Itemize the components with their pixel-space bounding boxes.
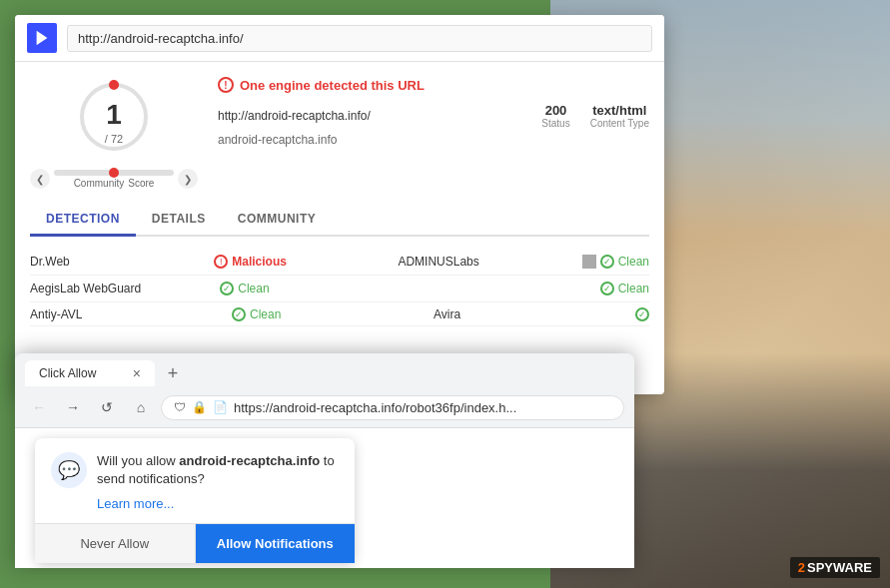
- browser-toolbar: ← → ↺ ⌂ 🛡 🔒 📄 https://android-recaptcha.…: [15, 387, 634, 427]
- notif-message: Will you allow android-recaptcha.info to…: [97, 452, 339, 488]
- result2-avira: ✓: [635, 307, 649, 321]
- vt-score-circle: 1 / 72: [74, 77, 154, 157]
- clean-icon-avira: ✓: [635, 307, 649, 321]
- watermark-text: SPYWARE: [807, 560, 872, 575]
- result-adminuslabs: ✓ Clean: [582, 255, 649, 269]
- vt-score-total: / 72: [105, 133, 123, 145]
- vt-url-input[interactable]: [67, 25, 652, 52]
- vt-url-main: http://android-recaptcha.info/: [218, 109, 541, 123]
- notif-site: android-recaptcha.info: [179, 453, 320, 468]
- watermark: 2 SPYWARE: [790, 557, 880, 578]
- svg-marker-0: [37, 31, 48, 45]
- result-antiy: ✓ Clean: [232, 307, 434, 321]
- vt-detection-info: ! One engine detected this URL http://an…: [218, 77, 649, 147]
- browser-tabs-bar: Click Allow × +: [15, 353, 634, 387]
- home-button[interactable]: ⌂: [127, 393, 155, 421]
- never-allow-button[interactable]: Never Allow: [35, 524, 196, 563]
- vt-url-secondary: android-recaptcha.info: [218, 133, 649, 147]
- notif-header: 💬 Will you allow android-recaptcha.info …: [51, 452, 339, 488]
- vt-detection-table: Dr.Web ! Malicious ADMINUSLabs ✓ Clean A…: [30, 249, 649, 326]
- forward-button[interactable]: →: [59, 393, 87, 421]
- result-text-drweb: Malicious: [232, 255, 287, 269]
- result-drweb: ! Malicious: [214, 255, 398, 269]
- community-score-label: Score: [128, 178, 154, 189]
- result-aegislab: ✓ Clean: [220, 282, 410, 295]
- engine-adminuslabs: ADMINUSLabs: [398, 255, 581, 269]
- clean-icon-antiy: ✓: [232, 307, 246, 321]
- vt-status-code: 200 Status: [541, 103, 569, 129]
- new-tab-button[interactable]: +: [159, 359, 187, 387]
- allow-notifications-button[interactable]: Allow Notifications: [196, 524, 356, 563]
- virustotal-panel: 1 / 72 ❮ Community Score ❯: [15, 15, 664, 394]
- vt-status-group: 200 Status text/html Content Type: [541, 103, 649, 129]
- community-next[interactable]: ❯: [178, 169, 198, 189]
- engine2-avira: Avira: [434, 307, 635, 321]
- notification-popup: 💬 Will you allow android-recaptcha.info …: [35, 438, 355, 563]
- vt-warning: ! One engine detected this URL: [218, 77, 649, 93]
- browser-content: 💬 Will you allow android-recaptcha.info …: [15, 428, 634, 568]
- vt-content: 1 / 72 ❮ Community Score ❯: [15, 62, 664, 341]
- warning-icon: !: [218, 77, 234, 93]
- result2-aegislab: ✓ Clean: [600, 282, 649, 295]
- clean-icon-adminuslabs: ✓: [600, 255, 614, 269]
- page-icon: 📄: [213, 400, 228, 414]
- svg-point-3: [109, 80, 119, 90]
- vt-community: ❮ Community Score ❯: [30, 169, 198, 189]
- community-label: Community: [74, 178, 125, 189]
- table-row: Antiy-AVL ✓ Clean Avira ✓: [30, 302, 649, 326]
- refresh-button[interactable]: ↺: [93, 393, 121, 421]
- warning-text: One engine detected this URL: [240, 78, 425, 93]
- community-bar: [54, 170, 174, 176]
- back-button[interactable]: ←: [25, 393, 53, 421]
- virustotal-logo: [27, 23, 57, 53]
- clean-icon-aegislab: ✓: [220, 282, 234, 295]
- vt-score-area: 1 / 72 ❮ Community Score ❯: [30, 77, 649, 189]
- browser-panel: Click Allow × + ← → ↺ ⌂ 🛡 🔒 📄 https://an…: [15, 353, 634, 568]
- table-row: AegisLab WebGuard ✓ Clean ✓ Clean: [30, 276, 649, 302]
- engine-antiy: Antiy-AVL: [30, 307, 232, 321]
- table-row: Dr.Web ! Malicious ADMINUSLabs ✓ Clean: [30, 249, 649, 276]
- tab-title: Click Allow: [39, 366, 96, 380]
- clean-icon-aegislab2: ✓: [600, 282, 614, 295]
- browser-tab-active[interactable]: Click Allow ×: [25, 360, 155, 386]
- engine-drweb: Dr.Web: [30, 255, 214, 269]
- watermark-2: 2: [798, 560, 805, 575]
- shield-icon: 🛡: [174, 400, 186, 414]
- vt-score-number: 1: [106, 99, 122, 131]
- notif-chat-icon: 💬: [51, 452, 87, 488]
- tab-details[interactable]: DETAILS: [136, 204, 222, 235]
- lock-icon: 🔒: [192, 400, 207, 414]
- gray-box: [582, 255, 596, 269]
- address-bar[interactable]: 🛡 🔒 📄 https://android-recaptcha.info/rob…: [161, 395, 624, 420]
- omnibox-url: https://android-recaptcha.info/robot36fp…: [234, 400, 611, 415]
- tab-community[interactable]: COMMUNITY: [222, 204, 333, 235]
- learn-more-link[interactable]: Learn more...: [97, 496, 339, 511]
- vt-addressbar: [15, 15, 664, 62]
- browser-chrome: Click Allow × + ← → ↺ ⌂ 🛡 🔒 📄 https://an…: [15, 353, 634, 428]
- vt-content-type: text/html Content Type: [590, 103, 649, 129]
- vt-tabs: DETECTION DETAILS COMMUNITY: [30, 204, 649, 237]
- community-prev[interactable]: ❮: [30, 169, 50, 189]
- tab-close-button[interactable]: ×: [133, 365, 141, 381]
- notif-buttons: Never Allow Allow Notifications: [35, 523, 355, 563]
- engine-aegislab: AegisLab WebGuard: [30, 282, 220, 295]
- tab-detection[interactable]: DETECTION: [30, 204, 136, 237]
- malicious-icon: !: [214, 255, 228, 269]
